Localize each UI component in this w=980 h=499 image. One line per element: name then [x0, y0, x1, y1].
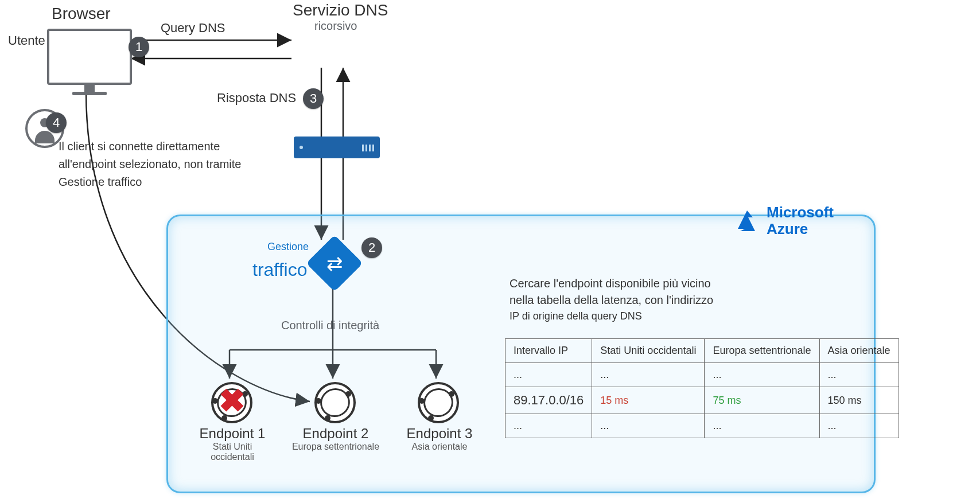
- browser-label: Browser: [52, 5, 111, 23]
- monitor-icon: [47, 29, 132, 85]
- globe-icon: [418, 382, 459, 423]
- endpoint-1-title: Endpoint 1 Stati Uniti occidentali: [195, 426, 270, 462]
- globe-icon: [314, 382, 356, 423]
- dns-service-title: Servizio DNS: [293, 1, 388, 20]
- step-badge-4: 4: [46, 112, 67, 133]
- table-cell: ...: [819, 414, 899, 438]
- azure-logo-text: Microsoft Azure: [767, 204, 834, 237]
- dns-service-subtitle: ricorsivo: [314, 20, 357, 33]
- table-cell: ...: [705, 363, 819, 387]
- step-4-number: 4: [53, 115, 60, 130]
- note-line-3: Gestione traffico: [59, 173, 271, 191]
- step-badge-3: 3: [303, 88, 324, 109]
- step-3-number: 3: [310, 91, 317, 106]
- lookup-line-3: IP di origine della query DNS: [510, 309, 796, 323]
- table-header: Europa settentrionale: [705, 339, 819, 363]
- latency-table: Intervallo IP Stati Uniti occidentali Eu…: [505, 338, 899, 438]
- table-header: Asia orientale: [819, 339, 899, 363]
- table-row: ... ... ... ...: [505, 363, 899, 387]
- lookup-line-2: nella tabella della latenza, con l'indir…: [510, 292, 796, 309]
- table-cell: ...: [819, 363, 899, 387]
- traffic-manager-label-top: Gestione: [264, 241, 309, 253]
- endpoint-title: Endpoint 1: [195, 426, 270, 442]
- client-direct-note: Il client si connette direttamente all'e…: [59, 138, 271, 191]
- traffic-manager-icon: ⇄: [314, 243, 355, 283]
- table-cell: ...: [592, 363, 705, 387]
- user-label: Utente: [8, 33, 45, 48]
- endpoint-region: Europa settentrionale: [287, 442, 384, 452]
- lookup-description: Cercare l'endpoint disponibile più vicin…: [510, 275, 796, 323]
- diagram-canvas: Utente Browser Query DNS 1 Servizio DNS …: [0, 0, 980, 499]
- lookup-line-1: Cercare l'endpoint disponibile più vicin…: [510, 275, 796, 292]
- response-dns-label: Risposta DNS: [217, 91, 296, 106]
- x-mark-icon: ✖: [219, 382, 246, 419]
- table-cell: 15 ms: [592, 387, 705, 414]
- table-header-row: Intervallo IP Stati Uniti occidentali Eu…: [505, 339, 899, 363]
- step-badge-2: 2: [361, 237, 382, 258]
- step-1-number: 1: [135, 40, 142, 54]
- table-cell: 89.17.0.0/16: [505, 387, 592, 414]
- table-cell: ...: [505, 414, 592, 438]
- table-header: Intervallo IP: [505, 339, 592, 363]
- brand-line-1: Microsoft: [767, 204, 834, 221]
- step-badge-1: 1: [129, 37, 149, 57]
- table-cell: ...: [705, 414, 819, 438]
- azure-brand: Microsoft Azure: [733, 204, 834, 237]
- table-cell: ...: [592, 414, 705, 438]
- endpoint-title: Endpoint 3: [399, 426, 480, 442]
- globe-icon: ✖: [211, 382, 252, 423]
- note-line-2: all'endpoint selezionato, non tramite: [59, 155, 271, 173]
- table-row-highlight: 89.17.0.0/16 15 ms 75 ms 150 ms: [505, 387, 899, 414]
- endpoint-2: [314, 382, 355, 423]
- health-checks-label: Controlli di integrità: [281, 319, 379, 332]
- brand-line-2: Azure: [767, 221, 834, 237]
- endpoint-region: Asia orientale: [399, 442, 480, 452]
- table-cell: ...: [505, 363, 592, 387]
- endpoint-1: ✖: [211, 382, 251, 423]
- table-cell: 75 ms: [705, 387, 819, 414]
- step-2-number: 2: [368, 240, 375, 255]
- table-cell: 150 ms: [819, 387, 899, 414]
- dns-server-icon: [294, 137, 380, 158]
- azure-logo-icon: [733, 209, 760, 232]
- endpoint-2-title: Endpoint 2 Europa settentrionale: [287, 426, 384, 452]
- query-dns-label: Query DNS: [161, 21, 225, 36]
- traffic-manager-label-main: traffico: [252, 259, 307, 280]
- table-row: ... ... ... ...: [505, 414, 899, 438]
- endpoint-region: Stati Uniti occidentali: [195, 442, 270, 462]
- endpoint-3-title: Endpoint 3 Asia orientale: [399, 426, 480, 452]
- endpoint-title: Endpoint 2: [287, 426, 384, 442]
- table-header: Stati Uniti occidentali: [592, 339, 705, 363]
- endpoint-3: [418, 382, 458, 423]
- note-line-1: Il client si connette direttamente: [59, 138, 271, 155]
